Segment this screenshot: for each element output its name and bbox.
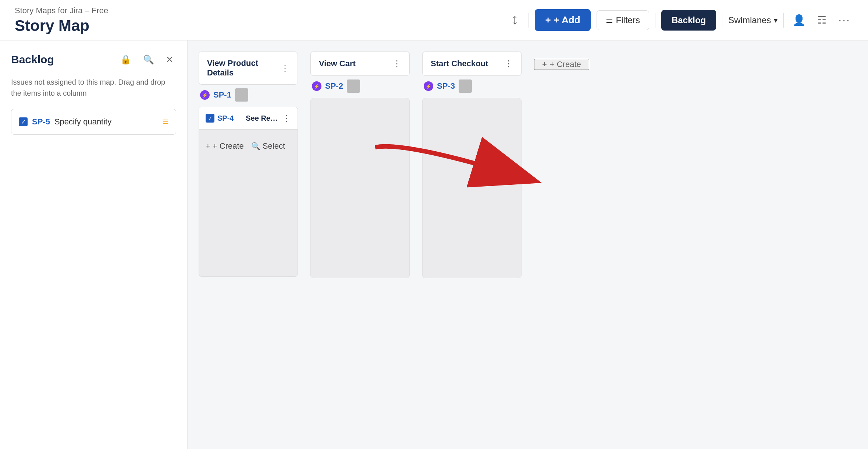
lock-icon: 🔒 — [120, 54, 131, 65]
lock-button[interactable]: 🔒 — [117, 52, 134, 68]
select-label-1: Select — [263, 141, 285, 151]
column-start-checkout: Start Checkout ⋮ ⚡ SP-3 — [422, 52, 522, 278]
divider — [529, 13, 529, 28]
add-button[interactable]: + + Add — [535, 9, 590, 31]
swimlane-sub-1: ✓ SP-4 See Re… ⋮ — [199, 107, 298, 130]
swimlane-body-2 — [310, 98, 410, 278]
col-issue-icon-2: ⚡ — [312, 81, 321, 91]
col-title-1: View Product Details — [207, 59, 281, 78]
swimlane-menu-1[interactable]: ⋮ — [282, 113, 291, 123]
swimlane-card-inner-1: ✓ SP-4 — [206, 114, 234, 123]
col-title-2: View Cart — [319, 59, 356, 68]
swimlanes-label: Swimlanes — [728, 15, 771, 25]
create-top-label: + Create — [550, 60, 581, 69]
filter-icon: ⚌ — [606, 15, 613, 25]
chevron-down-icon: ▾ — [774, 16, 778, 25]
col-header-content-3: Start Checkout — [431, 59, 504, 68]
search-icon: 🔍 — [143, 54, 154, 65]
swimlane-checkbox-1: ✓ — [206, 114, 214, 123]
swimlane-body-1: + + Create 🔍 Select — [199, 130, 298, 277]
expand-button[interactable]: ⤡ — [508, 11, 523, 29]
more-icon: ··· — [838, 13, 850, 27]
plus-icon: + — [545, 14, 551, 26]
col-issue-square-2 — [347, 79, 360, 93]
columns-wrapper: View Product Details ⋮ ⚡ SP-1 ✓ SP- — [188, 40, 868, 449]
filters-label: Filters — [616, 15, 640, 25]
backlog-item-left: ✓ SP-5 Specify quantity — [19, 117, 111, 127]
swimlane-sub-title-1: See Re… ⋮ — [246, 113, 291, 123]
col-header-content-2: View Cart — [319, 59, 392, 68]
create-select-row-1: + + Create 🔍 Select — [206, 136, 291, 151]
col-menu-3[interactable]: ⋮ — [504, 59, 513, 69]
checkbox[interactable]: ✓ — [19, 117, 28, 126]
col-issue-id-1: SP-1 — [213, 90, 231, 100]
create-button-1[interactable]: + + Create — [206, 141, 244, 151]
sidebar-description: Issues not assigned to this map. Drag an… — [11, 77, 176, 99]
layers-icon: ☶ — [817, 14, 826, 26]
divider2 — [655, 13, 655, 28]
header-right: ⤡ + + Add ⚌ Filters Backlog Swimlanes ▾ … — [508, 9, 853, 31]
search-icon-select-1: 🔍 — [251, 142, 260, 151]
sidebar: Backlog 🔒 🔍 ✕ Issues not assigned to thi… — [0, 40, 188, 449]
filters-button[interactable]: ⚌ Filters — [597, 10, 649, 30]
expand-icon: ⤡ — [508, 12, 523, 28]
close-sidebar-button[interactable]: ✕ — [163, 52, 176, 68]
divider3 — [722, 13, 722, 28]
col-issue-square-1 — [235, 88, 248, 102]
backlog-issue-id: SP-5 — [32, 117, 50, 127]
col-issue-icon-1: ⚡ — [200, 90, 210, 100]
col-issue-id-3: SP-3 — [437, 81, 455, 91]
column-view-cart: View Cart ⋮ ⚡ SP-2 — [310, 52, 410, 278]
swimlane-card-title-1: See Re… — [246, 114, 278, 123]
sidebar-title: Backlog — [11, 53, 54, 66]
main-layout: Backlog 🔒 🔍 ✕ Issues not assigned to thi… — [0, 40, 868, 449]
select-button-1[interactable]: 🔍 Select — [251, 141, 285, 151]
sidebar-header: Backlog 🔒 🔍 ✕ — [11, 52, 176, 68]
swimlane-issue-id-1: SP-4 — [217, 114, 234, 123]
create-column-area: + + Create — [534, 52, 589, 70]
plus-icon-create-top: + — [542, 60, 547, 69]
app-title: Story Map — [15, 17, 508, 35]
col-menu-1[interactable]: ⋮ — [281, 63, 289, 73]
swimlane-body-3 — [422, 98, 522, 278]
app-subtitle: Story Maps for Jira – Free — [15, 6, 508, 15]
col-issue-row-2: ⚡ SP-2 — [310, 79, 410, 98]
more-button[interactable]: ··· — [835, 10, 853, 30]
col-menu-2[interactable]: ⋮ — [392, 59, 401, 69]
close-icon: ✕ — [166, 54, 173, 65]
people-icon: 👤 — [793, 14, 805, 26]
backlog-issue-title: Specify quantity — [54, 117, 111, 127]
people-button[interactable]: 👤 — [790, 11, 808, 29]
column-view-product-details: View Product Details ⋮ ⚡ SP-1 ✓ SP- — [199, 52, 298, 277]
col-issue-row-1: ⚡ SP-1 — [199, 88, 298, 107]
app-header: Story Maps for Jira – Free Story Map ⤡ +… — [0, 0, 868, 40]
sidebar-icons: 🔒 🔍 ✕ — [117, 52, 176, 68]
col-header-start-checkout: Start Checkout ⋮ — [422, 52, 522, 76]
add-label: + Add — [554, 14, 580, 26]
create-label-1: + Create — [213, 141, 244, 151]
swimlanes-button[interactable]: Swimlanes ▾ — [728, 15, 778, 25]
divider4 — [783, 13, 784, 28]
create-column-button[interactable]: + + Create — [534, 59, 589, 70]
backlog-button[interactable]: Backlog — [661, 10, 716, 31]
drag-icon: ≡ — [163, 116, 168, 128]
bolt-icon-1: ⚡ — [202, 92, 208, 98]
content-area: View Product Details ⋮ ⚡ SP-1 ✓ SP- — [188, 40, 868, 449]
col-header-view-product-details: View Product Details ⋮ — [199, 52, 298, 85]
col-issue-square-3 — [459, 79, 472, 93]
col-issue-icon-3: ⚡ — [424, 81, 433, 91]
col-title-3: Start Checkout — [431, 59, 488, 68]
backlog-item[interactable]: ✓ SP-5 Specify quantity ≡ — [11, 109, 176, 135]
backlog-label: Backlog — [672, 15, 706, 25]
col-issue-id-2: SP-2 — [325, 81, 343, 91]
col-issue-row-3: ⚡ SP-3 — [422, 79, 522, 98]
bolt-icon-3: ⚡ — [426, 84, 431, 89]
layers-button[interactable]: ☶ — [814, 11, 829, 29]
sidebar-search-button[interactable]: 🔍 — [140, 52, 157, 68]
col-header-content: View Product Details — [207, 59, 281, 78]
header-left: Story Maps for Jira – Free Story Map — [15, 6, 508, 35]
plus-icon-create-1: + — [206, 141, 210, 151]
col-header-view-cart: View Cart ⋮ — [310, 52, 410, 76]
bolt-icon-2: ⚡ — [314, 84, 320, 89]
